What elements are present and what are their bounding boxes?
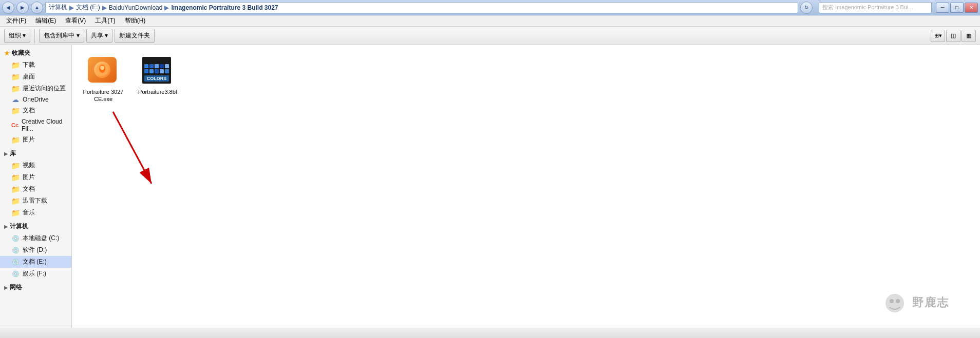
title-bar: ◀ ▶ ▲ 计算机 ▶ 文档 (E:) ▶ BaiduYunDownload ▶… bbox=[0, 0, 980, 15]
svg-point-5 bbox=[885, 294, 904, 312]
sidebar-item-lib-docs[interactable]: 📁 文档 bbox=[0, 183, 71, 195]
refresh-button[interactable]: ↻ bbox=[800, 2, 813, 14]
folder-icon: 📁 bbox=[11, 73, 20, 81]
color-dot bbox=[144, 64, 148, 68]
sidebar-item-documents-label: 文档 bbox=[23, 106, 35, 115]
sidebar-item-recent[interactable]: 📁 最近访问的位置 bbox=[0, 83, 71, 94]
file-item-exe[interactable]: Portraiture 3027 CE.exe bbox=[80, 53, 126, 105]
drive-icon: 💿 bbox=[11, 259, 20, 266]
computer-header[interactable]: ▶ 计算机 bbox=[0, 221, 71, 232]
new-folder-button[interactable]: 新建文件夹 bbox=[115, 29, 155, 43]
sidebar-item-drive-f-label: 娱乐 (F:) bbox=[23, 269, 46, 278]
breadcrumb-drive: 文档 (E:) bbox=[76, 3, 100, 12]
library-label: 库 bbox=[10, 149, 16, 158]
maximize-button[interactable]: □ bbox=[950, 3, 964, 13]
bf-filename: Portraiture3.8bf bbox=[138, 88, 177, 95]
view-buttons: ⊞▾ ◫ ▦ bbox=[931, 30, 976, 42]
svg-point-2 bbox=[100, 66, 104, 70]
sidebar-item-drive-d[interactable]: 💿 软件 (D:) bbox=[0, 244, 71, 256]
view-toggle-button[interactable]: ⊞▾ bbox=[931, 30, 945, 42]
minimize-button[interactable]: ─ bbox=[936, 3, 949, 13]
watermark-text: 野鹿志 bbox=[912, 296, 949, 309]
menu-file[interactable]: 文件(F) bbox=[2, 15, 30, 26]
cc-icon: Cc bbox=[11, 122, 18, 129]
sidebar-item-lib-docs-label: 文档 bbox=[23, 185, 35, 193]
menu-tools[interactable]: 工具(T) bbox=[91, 15, 119, 26]
sidebar-item-download-label: 下载 bbox=[23, 61, 35, 69]
sidebar-item-recent-label: 最近访问的位置 bbox=[23, 84, 66, 93]
exe-icon-body bbox=[88, 57, 117, 83]
back-button[interactable]: ◀ bbox=[2, 2, 14, 14]
organize-button[interactable]: 组织 ▾ bbox=[4, 29, 30, 43]
exe-icon-wrapper bbox=[85, 55, 121, 86]
include-button[interactable]: 包含到库中 ▾ bbox=[39, 29, 84, 43]
search-bar[interactable]: 搜索 Imagenomic Portraiture 3 Bui... bbox=[819, 2, 932, 13]
forward-button[interactable]: ▶ bbox=[16, 2, 29, 14]
sidebar-item-pictures[interactable]: 📁 图片 bbox=[0, 134, 71, 146]
menu-help[interactable]: 帮助(H) bbox=[121, 15, 150, 26]
sidebar: ★ 收藏夹 📁 下载 📁 桌面 📁 最近访问的位置 ☁ OneDrive 📁 bbox=[0, 45, 72, 328]
nav-area: ◀ ▶ ▲ 计算机 ▶ 文档 (E:) ▶ BaiduYunDownload ▶… bbox=[2, 2, 932, 14]
breadcrumb-folder2: Imagenomic Portraiture 3 Build 3027 bbox=[171, 4, 278, 11]
computer-section: ▶ 计算机 💿 本地磁盘 (C:) 💿 软件 (D:) 💿 文档 (E:) 💿 … bbox=[0, 221, 71, 280]
sidebar-item-desktop[interactable]: 📁 桌面 bbox=[0, 71, 71, 83]
breadcrumb[interactable]: 计算机 ▶ 文档 (E:) ▶ BaiduYunDownload ▶ Image… bbox=[45, 2, 798, 13]
menu-view[interactable]: 查看(V) bbox=[61, 15, 90, 26]
details-pane-button[interactable]: ▦ bbox=[962, 30, 976, 42]
new-folder-label: 新建文件夹 bbox=[119, 31, 150, 40]
menu-edit[interactable]: 编辑(E) bbox=[31, 15, 60, 26]
sidebar-item-desktop-label: 桌面 bbox=[23, 72, 35, 81]
up-button[interactable]: ▲ bbox=[31, 2, 43, 14]
window-controls: ─ □ ✕ bbox=[936, 3, 978, 13]
exe-inner bbox=[94, 62, 110, 78]
sidebar-item-drive-c-label: 本地磁盘 (C:) bbox=[23, 234, 59, 243]
preview-pane-button[interactable]: ◫ bbox=[946, 30, 960, 42]
library-section: ▶ 库 📁 视频 📁 图片 📁 文档 📁 迅雷下载 📁 音乐 bbox=[0, 148, 71, 218]
sidebar-item-cc-label: Creative Cloud Fil... bbox=[22, 118, 67, 132]
sidebar-item-drive-f[interactable]: 💿 娱乐 (F:) bbox=[0, 268, 71, 280]
file-grid: Portraiture 3027 CE.exe COLORS Portraitu… bbox=[80, 53, 972, 105]
sidebar-item-video[interactable]: 📁 视频 bbox=[0, 160, 71, 171]
folder-icon: 📁 bbox=[11, 197, 20, 205]
breadcrumb-folder1: BaiduYunDownload bbox=[109, 4, 163, 11]
sidebar-item-onedrive-label: OneDrive bbox=[23, 96, 49, 103]
color-dot bbox=[165, 69, 169, 73]
file-item-bf[interactable]: COLORS Portraiture3.8bf bbox=[135, 53, 181, 105]
computer-label: 计算机 bbox=[10, 222, 28, 231]
folder-icon: 📁 bbox=[11, 85, 20, 92]
sidebar-item-download[interactable]: 📁 下载 bbox=[0, 59, 71, 71]
sidebar-item-drive-c[interactable]: 💿 本地磁盘 (C:) bbox=[0, 232, 71, 244]
organize-label: 组织 ▾ bbox=[9, 31, 26, 40]
color-dot bbox=[160, 64, 164, 68]
color-dot bbox=[155, 69, 159, 73]
sidebar-item-drive-e[interactable]: 💿 文档 (E:) bbox=[0, 256, 71, 268]
toolbar: 组织 ▾ 包含到库中 ▾ 共享 ▾ 新建文件夹 ⊞▾ ◫ ▦ bbox=[0, 27, 980, 45]
sidebar-item-lib-pictures[interactable]: 📁 图片 bbox=[0, 171, 71, 183]
content-area: Portraiture 3027 CE.exe COLORS Portraitu… bbox=[72, 45, 980, 328]
folder-icon: 📁 bbox=[11, 62, 20, 69]
menu-bar: 文件(F) 编辑(E) 查看(V) 工具(T) 帮助(H) bbox=[0, 15, 980, 27]
sidebar-item-onedrive[interactable]: ☁ OneDrive bbox=[0, 94, 71, 105]
sidebar-item-thunder[interactable]: 📁 迅雷下载 bbox=[0, 195, 71, 207]
network-header[interactable]: ▶ 网络 bbox=[0, 282, 71, 293]
close-button[interactable]: ✕ bbox=[965, 3, 978, 13]
share-button[interactable]: 共享 ▾ bbox=[86, 29, 112, 43]
sidebar-item-drive-d-label: 软件 (D:) bbox=[23, 246, 47, 254]
folder-icon: 📁 bbox=[11, 186, 20, 193]
sidebar-item-documents[interactable]: 📁 文档 bbox=[0, 105, 71, 116]
sidebar-item-music[interactable]: 📁 音乐 bbox=[0, 207, 71, 218]
sidebar-item-pictures-label: 图片 bbox=[23, 135, 35, 144]
svg-line-4 bbox=[113, 112, 152, 184]
search-placeholder: 搜索 Imagenomic Portraiture 3 Bui... bbox=[822, 4, 913, 11]
library-header[interactable]: ▶ 库 bbox=[0, 148, 71, 160]
bf-label: COLORS bbox=[144, 75, 169, 82]
svg-point-6 bbox=[890, 299, 894, 303]
svg-point-7 bbox=[896, 299, 900, 303]
drive-icon: 💿 bbox=[11, 235, 20, 242]
color-dot bbox=[155, 64, 159, 68]
exe-icon bbox=[88, 57, 119, 85]
favorites-header[interactable]: ★ 收藏夹 bbox=[0, 47, 71, 59]
folder-icon: 📁 bbox=[11, 136, 20, 144]
share-label: 共享 ▾ bbox=[91, 31, 108, 40]
sidebar-item-creative-cloud[interactable]: Cc Creative Cloud Fil... bbox=[0, 116, 71, 134]
